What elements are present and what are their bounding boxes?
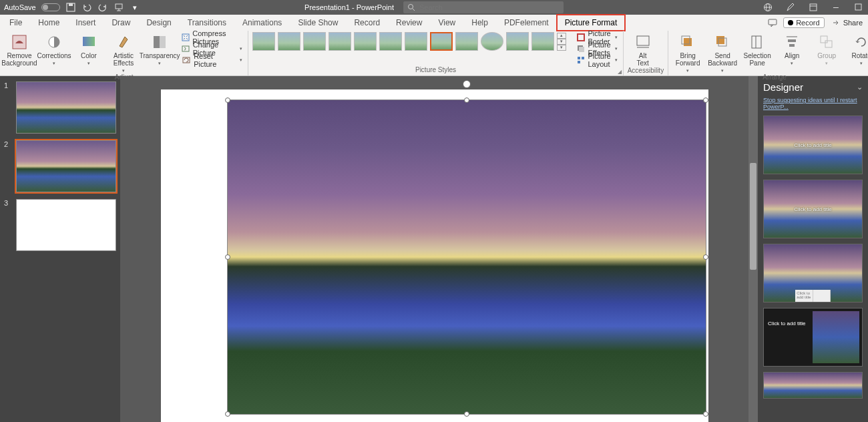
group-button[interactable]: Group▾ bbox=[811, 32, 842, 66]
rotate-button[interactable]: Rotate▾ bbox=[846, 32, 868, 66]
style-item-1[interactable] bbox=[252, 32, 275, 51]
style-item-11[interactable] bbox=[506, 32, 529, 51]
tab-file[interactable]: File bbox=[1, 15, 30, 31]
style-item-6[interactable] bbox=[379, 32, 402, 51]
tab-slideshow[interactable]: Slide Show bbox=[290, 15, 346, 31]
selected-picture[interactable] bbox=[228, 100, 706, 414]
thumbnail-2[interactable]: 2 bbox=[4, 140, 116, 192]
alt-text-icon bbox=[634, 33, 652, 51]
thumbnail-slide-3[interactable] bbox=[16, 199, 116, 251]
qat-more-icon[interactable]: ▾ bbox=[130, 3, 140, 12]
picture-layout-button[interactable]: Picture Layout ▾ bbox=[576, 55, 618, 65]
style-item-9[interactable] bbox=[455, 32, 478, 51]
design-idea-5[interactable] bbox=[763, 372, 863, 399]
tab-home[interactable]: Home bbox=[30, 15, 67, 31]
gallery-up-button[interactable]: ▴ bbox=[557, 33, 566, 39]
designer-collapse-icon[interactable]: ⌄ bbox=[857, 83, 863, 91]
ribbon-display-icon[interactable] bbox=[808, 3, 819, 12]
color-button[interactable]: Color▾ bbox=[73, 32, 104, 66]
undo-icon[interactable] bbox=[81, 3, 92, 12]
handle-nw[interactable] bbox=[225, 97, 230, 103]
style-item-12[interactable] bbox=[531, 32, 554, 51]
style-item-4[interactable] bbox=[329, 32, 351, 51]
design-idea-4[interactable]: Click to add title bbox=[763, 308, 863, 367]
reset-picture-button[interactable]: Reset Picture ▾ bbox=[180, 55, 244, 65]
handle-sw[interactable] bbox=[225, 411, 230, 417]
svg-rect-10 bbox=[810, 4, 817, 11]
rotate-icon bbox=[853, 33, 868, 51]
tab-pdfelement[interactable]: PDFelement bbox=[496, 15, 557, 31]
search-input[interactable] bbox=[419, 3, 560, 11]
designer-stop-suggesting-link[interactable]: Stop suggesting ideas until I restart Po… bbox=[763, 97, 863, 110]
record-button[interactable]: Record bbox=[783, 17, 824, 28]
slide-canvas[interactable] bbox=[120, 76, 748, 422]
save-icon[interactable] bbox=[65, 3, 76, 12]
gallery-more-button[interactable]: ▾ bbox=[557, 45, 566, 51]
thumbnail-3[interactable]: 3 bbox=[4, 199, 116, 251]
thumbnail-slide-1[interactable] bbox=[16, 81, 116, 134]
tab-view[interactable]: View bbox=[430, 15, 463, 31]
tab-picture-format[interactable]: Picture Format bbox=[557, 15, 626, 31]
svg-rect-13 bbox=[769, 19, 777, 25]
minimize-button[interactable]: ─ bbox=[831, 3, 841, 12]
bring-forward-button[interactable]: Bring Forward▾ bbox=[672, 32, 703, 73]
maximize-button[interactable] bbox=[853, 3, 864, 12]
alt-text-button[interactable]: Alt Text bbox=[628, 32, 658, 67]
style-item-7[interactable] bbox=[405, 32, 427, 51]
design-idea-1[interactable]: Click to add title bbox=[763, 116, 863, 174]
tab-design[interactable]: Design bbox=[138, 15, 179, 31]
tab-draw[interactable]: Draw bbox=[103, 15, 138, 31]
align-button[interactable]: Align▾ bbox=[777, 32, 807, 66]
artistic-icon bbox=[115, 33, 132, 51]
present-icon[interactable] bbox=[114, 3, 124, 12]
style-item-8[interactable] bbox=[430, 32, 453, 51]
svg-rect-22 bbox=[182, 34, 189, 41]
thumbnail-slide-2[interactable] bbox=[16, 140, 116, 192]
globe-icon[interactable] bbox=[763, 3, 773, 12]
handle-se[interactable] bbox=[703, 411, 708, 417]
style-item-2[interactable] bbox=[278, 32, 300, 51]
gallery-down-button[interactable]: ▾ bbox=[557, 39, 566, 45]
autosave-toggle[interactable] bbox=[41, 3, 60, 11]
transparency-button[interactable]: Transparency▾ bbox=[143, 32, 176, 66]
reset-icon bbox=[182, 55, 191, 65]
tab-insert[interactable]: Insert bbox=[67, 15, 103, 31]
style-item-5[interactable] bbox=[354, 32, 377, 51]
styles-dialog-launcher[interactable]: ◢ bbox=[618, 69, 622, 75]
pen-icon[interactable] bbox=[785, 3, 796, 12]
handle-e[interactable] bbox=[703, 254, 708, 260]
title-bar: AutoSave ▾ Presentation1 - PowerPoint ─ bbox=[0, 0, 868, 15]
handle-w[interactable] bbox=[225, 254, 230, 260]
handle-s[interactable] bbox=[464, 411, 469, 417]
vertical-scrollbar[interactable] bbox=[748, 76, 758, 422]
style-item-3[interactable] bbox=[303, 32, 326, 51]
share-button[interactable]: Share bbox=[830, 17, 864, 28]
group-label-accessibility: Accessibility bbox=[628, 67, 664, 75]
align-icon bbox=[783, 33, 801, 51]
tab-record[interactable]: Record bbox=[346, 15, 388, 31]
design-idea-2[interactable]: Click to add title bbox=[763, 180, 863, 238]
thumbnail-1[interactable]: 1 bbox=[4, 81, 116, 134]
redo-icon[interactable] bbox=[97, 3, 108, 12]
tab-review[interactable]: Review bbox=[388, 15, 430, 31]
group-accessibility: Alt Text Accessibility bbox=[624, 31, 668, 75]
group-arrange: Bring Forward▾ Send Backward▾ Selection … bbox=[668, 31, 868, 75]
remove-background-button[interactable]: Remove Background bbox=[4, 32, 35, 67]
send-backward-button[interactable]: Send Backward▾ bbox=[707, 32, 738, 73]
scrollbar-thumb[interactable] bbox=[750, 163, 756, 270]
handle-n[interactable] bbox=[464, 97, 469, 103]
corrections-button[interactable]: Corrections▾ bbox=[39, 32, 69, 66]
search-box[interactable] bbox=[403, 1, 564, 13]
tab-animations[interactable]: Animations bbox=[234, 15, 290, 31]
selection-pane-button[interactable]: Selection Pane bbox=[742, 32, 773, 67]
current-slide[interactable] bbox=[161, 89, 708, 422]
tab-help[interactable]: Help bbox=[463, 15, 496, 31]
comments-icon[interactable] bbox=[767, 18, 778, 27]
style-item-10[interactable] bbox=[481, 32, 503, 51]
handle-ne[interactable] bbox=[703, 97, 708, 103]
tab-transitions[interactable]: Transitions bbox=[180, 15, 234, 31]
slide-thumbnails-panel[interactable]: 1 2 3 bbox=[0, 76, 120, 422]
artistic-effects-button[interactable]: Artistic Effects▾ bbox=[108, 32, 139, 73]
design-idea-3[interactable]: Click to add title bbox=[763, 244, 863, 302]
rotation-handle[interactable] bbox=[463, 80, 471, 88]
